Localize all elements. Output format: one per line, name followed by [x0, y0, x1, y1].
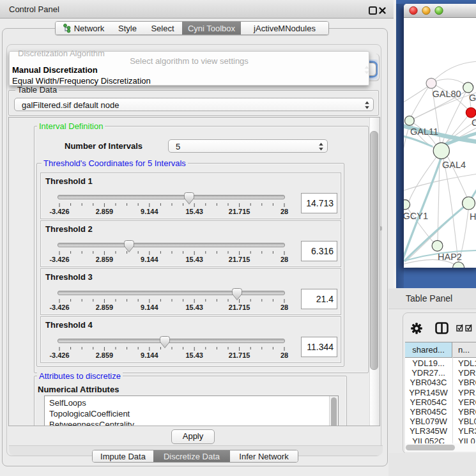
svg-text:HAP2: HAP2 [438, 252, 462, 262]
svg-text:GCY1: GCY1 [404, 211, 428, 221]
svg-text:H: H [470, 211, 476, 222]
svg-text:C: C [472, 118, 476, 128]
svg-text:GAL11: GAL11 [410, 127, 438, 137]
svg-text:GAL80: GAL80 [433, 89, 461, 99]
svg-text:GA: GA [469, 93, 476, 103]
svg-text:GAL4: GAL4 [442, 160, 466, 170]
